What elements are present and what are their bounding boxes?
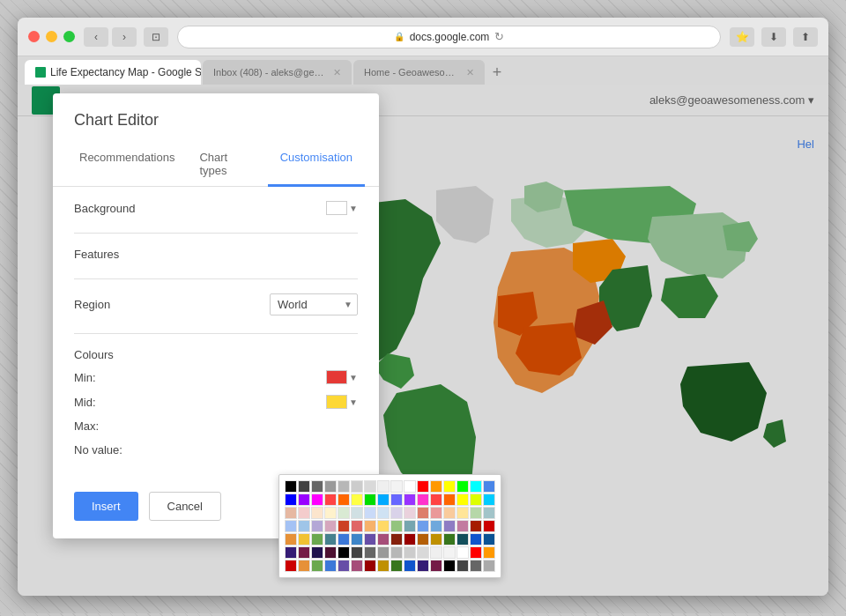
palette-cell[interactable] bbox=[324, 546, 337, 559]
palette-cell[interactable] bbox=[324, 533, 337, 545]
bookmark-button[interactable]: ⭐ bbox=[730, 27, 754, 47]
palette-cell[interactable] bbox=[298, 480, 310, 493]
palette-cell[interactable] bbox=[298, 507, 310, 519]
tab-customisation[interactable]: Customisation bbox=[268, 144, 365, 187]
close-button[interactable] bbox=[28, 31, 40, 42]
palette-cell[interactable] bbox=[285, 546, 297, 559]
palette-cell[interactable] bbox=[404, 494, 416, 506]
palette-cell[interactable] bbox=[417, 560, 429, 572]
cancel-button[interactable]: Cancel bbox=[149, 492, 221, 521]
colour-mid-btn[interactable]: ▼ bbox=[326, 395, 358, 409]
palette-cell[interactable] bbox=[351, 480, 363, 493]
palette-cell[interactable] bbox=[377, 546, 390, 559]
back-button[interactable]: ‹ bbox=[84, 27, 108, 47]
palette-cell[interactable] bbox=[364, 546, 376, 559]
palette-cell[interactable] bbox=[285, 480, 297, 493]
palette-cell[interactable] bbox=[338, 507, 350, 519]
palette-cell[interactable] bbox=[390, 480, 403, 493]
palette-cell[interactable] bbox=[483, 560, 495, 572]
region-select[interactable]: World bbox=[270, 293, 358, 315]
palette-cell[interactable] bbox=[470, 546, 482, 559]
palette-cell[interactable] bbox=[483, 507, 495, 519]
palette-cell[interactable] bbox=[285, 533, 297, 545]
insert-button[interactable]: Insert bbox=[74, 492, 138, 521]
palette-cell[interactable] bbox=[404, 520, 416, 532]
colour-min-arrow[interactable]: ▼ bbox=[349, 373, 358, 382]
tab-chart-types[interactable]: Chart types bbox=[187, 144, 267, 187]
palette-cell[interactable] bbox=[443, 494, 456, 506]
colour-min-btn[interactable]: ▼ bbox=[326, 370, 358, 384]
refresh-icon[interactable]: ↻ bbox=[494, 30, 504, 43]
background-dropdown-arrow[interactable]: ▼ bbox=[349, 204, 358, 213]
palette-cell[interactable] bbox=[404, 546, 416, 559]
palette-cell[interactable] bbox=[456, 480, 469, 493]
palette-cell[interactable] bbox=[298, 533, 310, 545]
palette-cell[interactable] bbox=[338, 520, 350, 532]
palette-cell[interactable] bbox=[483, 533, 495, 545]
palette-cell[interactable] bbox=[470, 520, 482, 532]
palette-cell[interactable] bbox=[324, 560, 337, 572]
palette-cell[interactable] bbox=[483, 520, 495, 532]
palette-cell[interactable] bbox=[364, 533, 376, 545]
palette-cell[interactable] bbox=[390, 560, 403, 572]
palette-cell[interactable] bbox=[311, 507, 323, 519]
palette-cell[interactable] bbox=[456, 494, 469, 506]
palette-cell[interactable] bbox=[456, 560, 469, 572]
palette-cell[interactable] bbox=[377, 494, 390, 506]
address-bar[interactable]: 🔒 docs.google.com ↻ bbox=[177, 26, 721, 48]
palette-cell[interactable] bbox=[338, 546, 350, 559]
new-tab-button[interactable]: + bbox=[485, 60, 509, 85]
tab-mail-close[interactable]: ✕ bbox=[333, 67, 341, 78]
palette-cell[interactable] bbox=[285, 520, 297, 532]
palette-cell[interactable] bbox=[404, 560, 416, 572]
palette-cell[interactable] bbox=[417, 520, 429, 532]
palette-cell[interactable] bbox=[417, 546, 429, 559]
palette-cell[interactable] bbox=[351, 533, 363, 545]
tab-sheets[interactable]: Life Expectancy Map - Google Sheets ✕ bbox=[25, 60, 201, 85]
palette-cell[interactable] bbox=[311, 520, 323, 532]
palette-cell[interactable] bbox=[443, 533, 456, 545]
tab-mail[interactable]: Inbox (408) - aleks@geoawesomeness.com -… bbox=[203, 60, 352, 85]
palette-cell[interactable] bbox=[364, 494, 376, 506]
palette-cell[interactable] bbox=[470, 560, 482, 572]
palette-cell[interactable] bbox=[298, 520, 310, 532]
palette-cell[interactable] bbox=[351, 494, 363, 506]
palette-cell[interactable] bbox=[338, 560, 350, 572]
colour-mid-arrow[interactable]: ▼ bbox=[349, 397, 358, 407]
palette-cell[interactable] bbox=[390, 546, 403, 559]
palette-cell[interactable] bbox=[390, 507, 403, 519]
palette-cell[interactable] bbox=[298, 494, 310, 506]
palette-cell[interactable] bbox=[430, 560, 442, 572]
palette-cell[interactable] bbox=[390, 520, 403, 532]
tab-recommendations[interactable]: Recommendations bbox=[67, 144, 187, 187]
palette-cell[interactable] bbox=[483, 480, 495, 493]
palette-cell[interactable] bbox=[338, 480, 350, 493]
palette-cell[interactable] bbox=[377, 507, 390, 519]
palette-cell[interactable] bbox=[430, 533, 442, 545]
palette-cell[interactable] bbox=[404, 507, 416, 519]
maximize-button[interactable] bbox=[63, 31, 75, 42]
palette-cell[interactable] bbox=[456, 520, 469, 532]
palette-cell[interactable] bbox=[470, 533, 482, 545]
palette-cell[interactable] bbox=[338, 533, 350, 545]
tab-geo[interactable]: Home - Geoawesomeness ✕ bbox=[353, 60, 485, 85]
palette-cell[interactable] bbox=[298, 560, 310, 572]
palette-cell[interactable] bbox=[470, 494, 482, 506]
palette-cell[interactable] bbox=[311, 480, 323, 493]
palette-cell[interactable] bbox=[351, 546, 363, 559]
palette-cell[interactable] bbox=[430, 480, 442, 493]
palette-cell[interactable] bbox=[430, 494, 442, 506]
palette-cell[interactable] bbox=[364, 507, 376, 519]
palette-cell[interactable] bbox=[311, 546, 323, 559]
palette-cell[interactable] bbox=[324, 520, 337, 532]
palette-cell[interactable] bbox=[483, 546, 495, 559]
share-button[interactable]: ⬆ bbox=[793, 27, 818, 47]
palette-cell[interactable] bbox=[351, 507, 363, 519]
palette-cell[interactable] bbox=[338, 494, 350, 506]
palette-cell[interactable] bbox=[377, 533, 390, 545]
palette-cell[interactable] bbox=[417, 494, 429, 506]
palette-cell[interactable] bbox=[311, 560, 323, 572]
minimize-button[interactable] bbox=[46, 31, 57, 42]
palette-cell[interactable] bbox=[443, 546, 456, 559]
palette-cell[interactable] bbox=[351, 520, 363, 532]
